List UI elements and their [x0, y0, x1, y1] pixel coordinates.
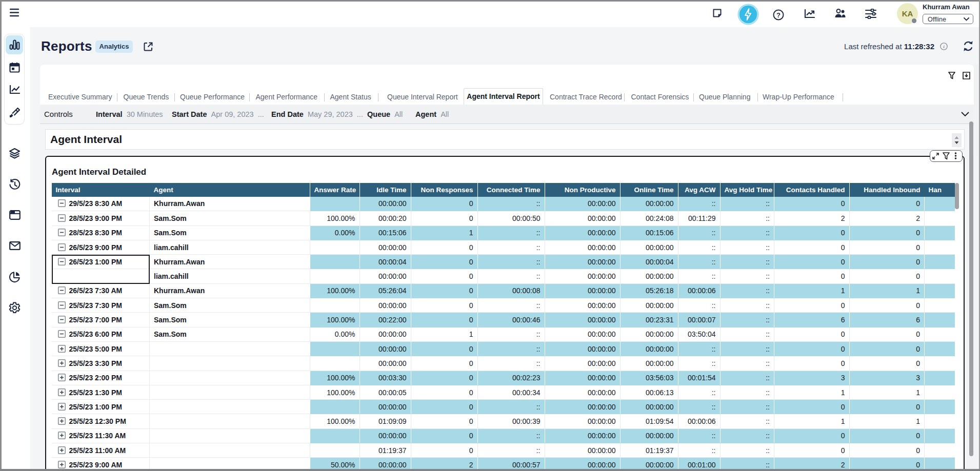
svg-text:i: i [943, 44, 945, 49]
svg-text:?: ? [776, 11, 781, 19]
